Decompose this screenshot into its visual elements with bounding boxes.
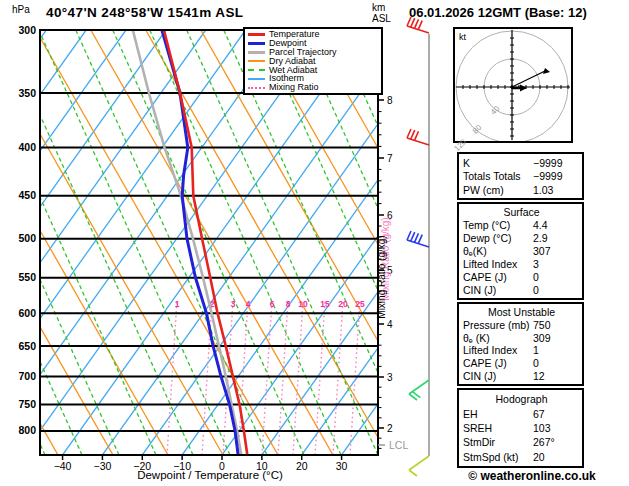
legend-item: Temperature [248, 30, 381, 39]
legend-swatch-thick [248, 33, 265, 36]
stat-value: 12 [533, 370, 580, 382]
stat-row: CIN (J)12 [463, 370, 580, 382]
stat-value: 307 [533, 245, 580, 257]
legend-swatch-thick [248, 42, 265, 45]
stat-row: θₑ (K)309 [463, 332, 580, 344]
legend-swatch-thick [248, 51, 265, 54]
stat-label: Temp (°C) [463, 219, 533, 231]
pressure-tick-label: 300 [18, 24, 36, 36]
mixing-ratio-tick-label: 20 [338, 299, 348, 309]
stat-value: 1.03 [533, 184, 580, 196]
mixing-ratio-tick-label: 10 [298, 299, 308, 309]
hodograph-panel: kt4080120 [428, 3, 596, 171]
stat-row: Dewp (°C)2.9 [463, 232, 580, 244]
stat-row: Pressure (mb)750 [463, 319, 580, 331]
temperature-axis: −40−30−20−100102030Dewpoint / Temperatur… [54, 455, 348, 481]
pressure-tick-label: 400 [18, 141, 36, 153]
lcl-label: LCL [389, 439, 408, 451]
stat-label: Lifted Index [463, 344, 533, 356]
surface-table-title: Surface [463, 206, 580, 218]
stat-label: StmDir [463, 436, 533, 448]
stat-row: K−9999 [463, 157, 580, 169]
stat-label: θₑ (K) [463, 332, 533, 344]
stat-value: 67 [533, 408, 580, 420]
stat-label: Dewp (°C) [463, 232, 533, 244]
stat-label: θₑ(K) [463, 245, 533, 257]
stat-row: PW (cm)1.03 [463, 184, 580, 196]
wind-barb [407, 231, 429, 247]
temp-tick-label: 20 [296, 460, 308, 472]
altitude-tick-label: 3 [387, 372, 393, 383]
stat-value: −9999 [533, 170, 580, 182]
surface-table: Surface Temp (°C)4.4Dewp (°C)2.9θₑ(K)307… [457, 202, 584, 300]
altitude-tick-label: 2 [387, 423, 393, 434]
pressure-tick-label: 350 [18, 87, 36, 99]
stat-value: 2.9 [533, 232, 580, 244]
pressure-tick-label: 450 [18, 189, 36, 201]
stat-row: SREH103 [463, 422, 580, 434]
legend-label: Mixing Ratio [269, 83, 319, 92]
stat-value: 267° [533, 436, 580, 448]
stat-value: 0 [533, 271, 580, 283]
wind-barb [409, 456, 429, 476]
stat-value: −9999 [533, 157, 580, 169]
stat-row: StmDir267° [463, 436, 580, 448]
stat-value: 103 [533, 422, 580, 434]
temp-tick-label: −40 [54, 460, 72, 472]
stat-label: CAPE (J) [463, 271, 533, 283]
stat-label: Lifted Index [463, 258, 533, 270]
skewt-app: hPa 40°47'N 248°58'W 1541m ASL km ASL 06… [0, 0, 629, 486]
stat-label: SREH [463, 422, 533, 434]
stat-row: Totals Totals−9999 [463, 170, 580, 182]
pressure-tick-label: 550 [18, 271, 36, 283]
pressure-tick-label: 750 [18, 398, 36, 410]
stat-row: StmSpd (kt)20 [463, 451, 580, 463]
wind-barb [409, 380, 429, 400]
stat-label: PW (cm) [463, 184, 533, 196]
stat-label: StmSpd (kt) [463, 451, 533, 463]
mixing-ratio-tick-label: 8 [286, 299, 291, 309]
stat-row: Lifted Index3 [463, 258, 580, 270]
mixing-ratio-tick-label: 4 [246, 299, 251, 309]
mixing-ratio-tick-label: 25 [355, 299, 365, 309]
stat-row: CAPE (J)0 [463, 357, 580, 369]
stat-value: 0 [533, 357, 580, 369]
temp-tick-label: −30 [94, 460, 112, 472]
most-unstable-table: Most Unstable Pressure (mb)750θₑ (K)309L… [457, 302, 584, 386]
stat-row: θₑ(K)307 [463, 245, 580, 257]
mixing-ratio-axis-title: Mixing Ratio (g/kg) [376, 235, 387, 318]
mixing-ratio-tick-label: 15 [320, 299, 330, 309]
temperature-axis-title: Dewpoint / Temperature (°C) [137, 469, 283, 481]
stat-label: K [463, 157, 533, 169]
stat-row: EH67 [463, 408, 580, 420]
temp-tick-label: 30 [336, 460, 348, 472]
pressure-tick-label: 600 [18, 307, 36, 319]
mixing-ratio-tick-label: 6 [270, 299, 275, 309]
legend-item: Mixing Ratio [248, 83, 381, 92]
stat-value: 20 [533, 451, 580, 463]
stat-label: CAPE (J) [463, 357, 533, 369]
stat-row: Temp (°C)4.4 [463, 219, 580, 231]
stat-value: 4.4 [533, 219, 580, 231]
stat-label: Pressure (mb) [463, 319, 533, 331]
stat-label: CIN (J) [463, 370, 533, 382]
wind-barb [407, 129, 429, 145]
legend-item: Wet Adiabat [248, 66, 381, 75]
indices-table: K−9999Totals Totals−9999PW (cm)1.03 [457, 152, 584, 200]
altitude-tick-label: 8 [387, 95, 393, 106]
altitude-tick-label: 7 [387, 153, 393, 164]
wind-barb [407, 17, 429, 33]
altitude-tick-label: 4 [387, 319, 393, 330]
stat-value: 0 [533, 284, 580, 296]
stat-label: Totals Totals [463, 170, 533, 182]
hodograph-table: Hodograph EH67SREH103StmDir267°StmSpd (k… [457, 388, 584, 468]
mixing-ratio-tick-label: 1 [175, 299, 180, 309]
copyright-credit: © weatheronline.co.uk [452, 469, 612, 483]
legend-swatch-dashed [248, 69, 265, 71]
stat-row: CIN (J)0 [463, 284, 580, 296]
stat-label: EH [463, 408, 533, 420]
pressure-tick-label: 500 [18, 232, 36, 244]
stat-label: CIN (J) [463, 284, 533, 296]
mixing-ratio-tick-label: 3 [231, 299, 236, 309]
stat-row: Lifted Index1 [463, 344, 580, 356]
